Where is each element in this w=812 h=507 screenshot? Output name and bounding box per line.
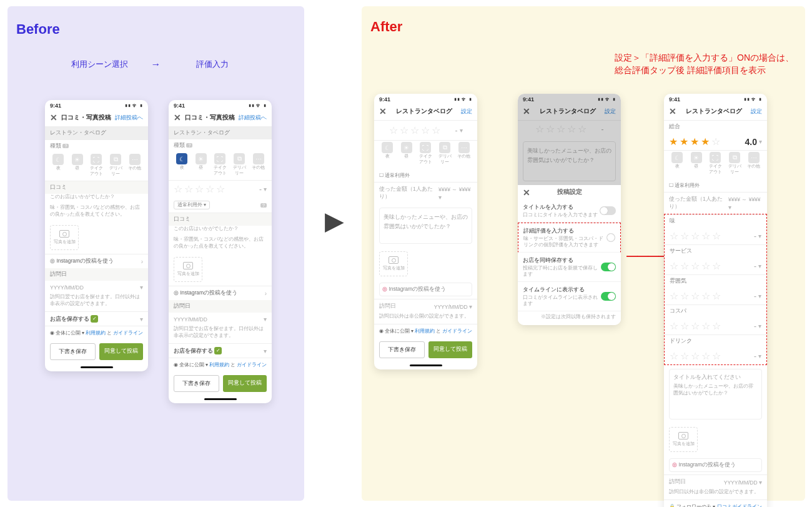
- chevron-down-icon: ▾: [140, 284, 143, 291]
- submit-button[interactable]: 同意して投稿: [223, 375, 267, 392]
- add-photo-button[interactable]: 写真を追加: [379, 251, 408, 276]
- status-time: 9:41: [50, 103, 61, 109]
- close-icon[interactable]: ✕: [379, 106, 387, 116]
- after-panel: After 設定＞「詳細評価を入力する」ONの場合は、 総合評価タップ後 詳細評…: [362, 6, 805, 501]
- overall-stars[interactable]: ★★★★☆ 4.0 ▾: [664, 133, 767, 150]
- before-panel: Before 利用シーン選択 → 評価入力 9:41 ▮▮ ᯤ ▮ ✕ 口コミ・…: [7, 6, 304, 501]
- phone-before-rating: 9:41▮▮ ᯤ ▮ ✕ 口コミ・写真投稿 詳細投稿へ レストラン・タベログ 種…: [169, 100, 272, 403]
- detail-rating-block: 味 ☆☆☆☆☆- ▾ サービス ☆☆☆☆☆- ▾ 雰囲気 ☆☆☆☆☆- ▾ コス…: [664, 214, 767, 365]
- phone-before-scene: 9:41 ▮▮ ᯤ ▮ ✕ 口コミ・写真投稿 詳細投稿へ レストラン・タベログ …: [45, 100, 148, 371]
- nav-title: 口コミ・写真投稿: [61, 113, 111, 122]
- phone-after-main: 9:41▮▮ ᯤ ▮ ✕ レストランタベログ 設定 ☆☆☆☆☆ - ▾ ☾夜 ☀…: [374, 94, 477, 369]
- nav-right-link[interactable]: 詳細投稿へ: [115, 114, 143, 122]
- instagram-row[interactable]: ◎ Instagramの投稿を使う›: [169, 286, 272, 300]
- date-row[interactable]: 訪問日 YYYY/MM/DD ▾: [374, 299, 477, 313]
- title-input[interactable]: タイトルを入れてください 美味しかったメニューや、お店の雰囲気はいかがでしたか？: [669, 369, 762, 419]
- phone-after-detail: 9:41▮▮ ᯤ ▮ ✕ レストランタベログ 設定 総合 ★★★★☆ 4.0 ▾…: [664, 94, 767, 507]
- add-photo-button[interactable]: 写真を追加: [669, 427, 698, 452]
- annotation-line1: 設定＞「詳細評価を入力する」ONの場合は、: [615, 51, 794, 64]
- close-icon[interactable]: ✕: [174, 113, 181, 123]
- amount-row[interactable]: 使った金額（1人あたり） ¥¥¥¥ ～ ¥¥¥¥ ▾: [374, 182, 477, 204]
- rating-stars[interactable]: ☆☆☆☆☆ - ▾: [374, 121, 477, 140]
- step-label-1: 利用シーン選択: [62, 59, 137, 70]
- toggle-timeline[interactable]: [601, 292, 616, 301]
- date-row[interactable]: 訪問日YYYY/MM/DD ▾: [664, 474, 767, 489]
- restaurant-name: レストラン・タベログ: [45, 127, 148, 139]
- add-photo-button[interactable]: 写真を追加: [50, 225, 79, 250]
- after-title: After: [370, 19, 796, 35]
- rating-stars[interactable]: ☆☆☆☆☆ - ▾: [169, 181, 272, 198]
- save-store-row[interactable]: お店を保存する ✓ ▾: [45, 311, 148, 326]
- drink-stars[interactable]: ☆☆☆☆☆- ▾: [665, 348, 766, 364]
- toggle-detail-rating[interactable]: [607, 233, 615, 242]
- annotation-line2: 総合評価タップ後 詳細評価項目を表示: [615, 64, 794, 76]
- instagram-row[interactable]: ◎ Instagramの投稿を使う: [669, 458, 762, 472]
- detail-rating-setting-row: 詳細評価を入力する味・サービス・雰囲気・コスパ・ドリンクの個別評価を入力できます: [518, 223, 621, 253]
- atmosphere-stars[interactable]: ☆☆☆☆☆- ▾: [665, 288, 766, 304]
- cospa-stars[interactable]: ☆☆☆☆☆- ▾: [665, 318, 766, 334]
- close-icon[interactable]: ✕: [50, 113, 57, 123]
- step-arrow: →: [144, 59, 169, 70]
- scene-selector[interactable]: ☾夜 ☀昼 ⛶テイクアウト ⧉デリバリー ⋯その他: [374, 140, 477, 169]
- guideline-link[interactable]: 口コミガイドライン: [717, 503, 762, 507]
- review-textarea[interactable]: 美味しかったメニューや、お店の雰囲気はいかがでしたか？: [379, 208, 472, 244]
- instagram-row[interactable]: ◎ Instagramの投稿を使う›: [45, 254, 148, 268]
- draft-button[interactable]: 下書き保存: [174, 375, 219, 392]
- taste-stars[interactable]: ☆☆☆☆☆- ▾: [665, 228, 766, 244]
- scene-selector[interactable]: ☾夜 ☀昼 ⛶テイクアウト ⧉デリバリー ⋯その他: [45, 153, 148, 181]
- overall-score: 4.0: [745, 137, 757, 147]
- settings-link[interactable]: 設定: [751, 108, 762, 116]
- amount-row[interactable]: 使った金額（1人あたり） ¥¥¥¥ ～ ¥¥¥¥ ▾: [664, 192, 767, 214]
- date-input[interactable]: YYYY/MM/DD▾: [45, 281, 148, 294]
- submit-button[interactable]: 同意して投稿: [99, 343, 144, 360]
- service-stars[interactable]: ☆☆☆☆☆- ▾: [665, 258, 766, 274]
- before-title: Before: [16, 21, 295, 38]
- transition-arrow-icon: ▶: [325, 206, 344, 235]
- draft-button[interactable]: 下書き保存: [50, 343, 96, 360]
- save-store-row[interactable]: お店を保存する ✓▾: [169, 343, 272, 358]
- scene-selector[interactable]: ☾夜 ☀昼 ⛶テイクアウト ⧉デリバリー ⋯その他: [169, 152, 272, 180]
- submit-button[interactable]: 同意して投稿: [428, 341, 473, 358]
- usage-pill[interactable]: 通常利用外 ▾: [174, 201, 210, 209]
- scene-selector[interactable]: ☾夜 ☀昼 ⛶テイクアウト ⧉デリバリー ⋯その他: [664, 150, 767, 179]
- settings-link[interactable]: 設定: [461, 108, 472, 116]
- status-icons: ▮▮ ᯤ ▮: [125, 103, 143, 109]
- toggle-save-store[interactable]: [601, 263, 616, 271]
- camera-icon: [183, 262, 193, 269]
- phone-after-settings: 9:41▮▮ ᯤ ▮ ✕ レストランタベログ 設定 ☆☆☆☆☆- 美味しかったメ…: [518, 94, 621, 325]
- toggle-title[interactable]: [600, 206, 616, 215]
- sheet-footnote: ※設定は次回以降も保持されます: [518, 311, 621, 323]
- sheet-close-icon[interactable]: ✕: [523, 188, 530, 198]
- chevron-right-icon: ›: [141, 258, 143, 265]
- date-input[interactable]: YYYY/MM/DD▾: [169, 313, 272, 326]
- draft-button[interactable]: 下書き保存: [379, 341, 425, 358]
- step-label-2: 評価入力: [175, 59, 250, 70]
- settings-sheet: ✕ 投稿設定 タイトルを入力する口コミにタイトルを入力できます 詳細評価を入力す…: [518, 185, 621, 325]
- sheet-title: 投稿設定: [557, 188, 582, 196]
- instagram-row[interactable]: ◎ Instagramの投稿を使う: [379, 283, 472, 296]
- camera-icon: [59, 230, 69, 238]
- close-icon[interactable]: ✕: [669, 106, 676, 116]
- add-photo-button[interactable]: 写真を追加: [174, 257, 202, 282]
